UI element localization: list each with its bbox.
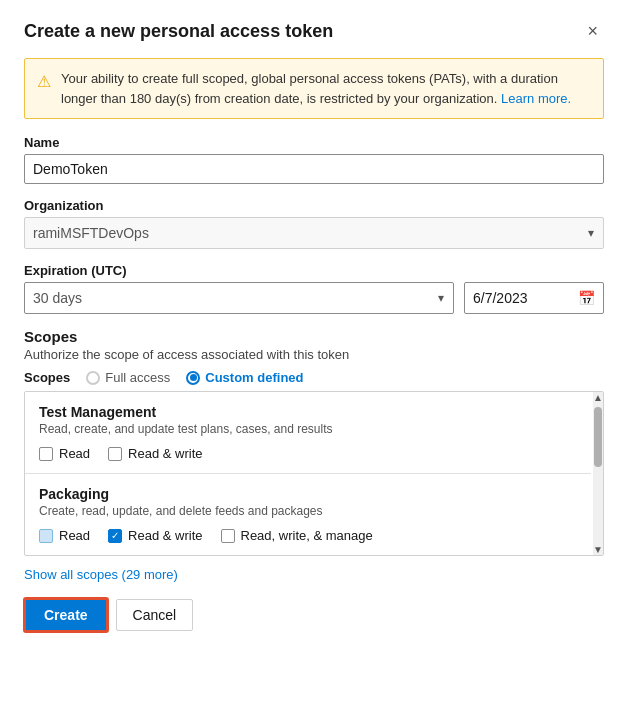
expiry-select-wrapper: 30 days ▾ (24, 282, 454, 314)
test-management-name: Test Management (39, 404, 577, 420)
create-button[interactable]: Create (24, 598, 108, 632)
show-scopes-wrapper: Show all scopes (29 more) (24, 566, 604, 582)
pkg-manage-checkbox[interactable] (221, 529, 235, 543)
learn-more-link[interactable]: Learn more. (501, 91, 571, 106)
pkg-manage-option[interactable]: Read, write, & manage (221, 528, 373, 543)
scopes-title: Scopes (24, 328, 604, 345)
packaging-options: Read Read & write Read, write, & manage (39, 528, 577, 543)
warning-text: Your ability to create full scoped, glob… (61, 69, 591, 108)
scrollbar-thumb[interactable] (594, 407, 602, 467)
warning-banner: ⚠ Your ability to create full scoped, gl… (24, 58, 604, 119)
scopes-subtitle: Authorize the scope of access associated… (24, 347, 604, 362)
test-readwrite-label: Read & write (128, 446, 202, 461)
pkg-manage-label: Read, write, & manage (241, 528, 373, 543)
test-readwrite-checkbox[interactable] (108, 447, 122, 461)
full-access-option[interactable]: Full access (86, 370, 170, 385)
warning-icon: ⚠ (37, 70, 51, 108)
test-read-option[interactable]: Read (39, 446, 90, 461)
expiry-label: Expiration (UTC) (24, 263, 604, 278)
packaging-desc: Create, read, update, and delete feeds a… (39, 504, 577, 518)
full-access-radio[interactable] (86, 371, 100, 385)
test-read-label: Read (59, 446, 90, 461)
name-field-group: Name (24, 135, 604, 184)
pkg-readwrite-checkbox[interactable] (108, 529, 122, 543)
footer-actions: Create Cancel (24, 598, 604, 632)
org-field-group: Organization ramiMSFTDevOps ▾ (24, 198, 604, 249)
pkg-readwrite-label: Read & write (128, 528, 202, 543)
modal-title: Create a new personal access token (24, 21, 333, 42)
date-input-wrapper: 📅 (464, 282, 604, 314)
full-access-label: Full access (105, 370, 170, 385)
custom-defined-radio[interactable] (186, 371, 200, 385)
packaging-name: Packaging (39, 486, 577, 502)
show-all-scopes-link[interactable]: Show all scopes (29 more) (24, 567, 178, 582)
scopes-row: Scopes Full access Custom defined (24, 370, 604, 385)
custom-defined-option[interactable]: Custom defined (186, 370, 303, 385)
modal-header: Create a new personal access token × (24, 20, 604, 42)
org-label: Organization (24, 198, 604, 213)
pkg-read-checkbox[interactable] (39, 529, 53, 543)
expiration-row: 30 days ▾ 📅 (24, 282, 604, 314)
name-input[interactable] (24, 154, 604, 184)
packaging-section: Packaging Create, read, update, and dele… (25, 474, 591, 555)
org-select[interactable]: ramiMSFTDevOps (24, 217, 604, 249)
test-readwrite-option[interactable]: Read & write (108, 446, 202, 461)
custom-defined-label: Custom defined (205, 370, 303, 385)
pkg-read-label: Read (59, 528, 90, 543)
scopes-section: Scopes Authorize the scope of access ass… (24, 328, 604, 385)
pkg-readwrite-option[interactable]: Read & write (108, 528, 202, 543)
expiry-select[interactable]: 30 days (24, 282, 454, 314)
cancel-button[interactable]: Cancel (116, 599, 194, 631)
scope-sections-scroll: Test Management Read, create, and update… (25, 392, 603, 555)
calendar-icon[interactable]: 📅 (578, 290, 595, 306)
test-management-options: Read Read & write (39, 446, 577, 461)
scope-sections-container: Test Management Read, create, and update… (24, 391, 604, 556)
scrollbar[interactable]: ▲ ▼ (593, 392, 603, 555)
date-input[interactable] (473, 290, 578, 306)
scopes-label: Scopes (24, 370, 70, 385)
test-management-desc: Read, create, and update test plans, cas… (39, 422, 577, 436)
org-select-wrapper: ramiMSFTDevOps ▾ (24, 217, 604, 249)
close-button[interactable]: × (581, 20, 604, 42)
test-read-checkbox[interactable] (39, 447, 53, 461)
scroll-up-arrow[interactable]: ▲ (593, 392, 603, 403)
test-management-section: Test Management Read, create, and update… (25, 392, 591, 473)
scroll-down-arrow[interactable]: ▼ (593, 544, 603, 555)
pkg-read-option[interactable]: Read (39, 528, 90, 543)
name-label: Name (24, 135, 604, 150)
modal-container: Create a new personal access token × ⚠ Y… (0, 0, 628, 708)
